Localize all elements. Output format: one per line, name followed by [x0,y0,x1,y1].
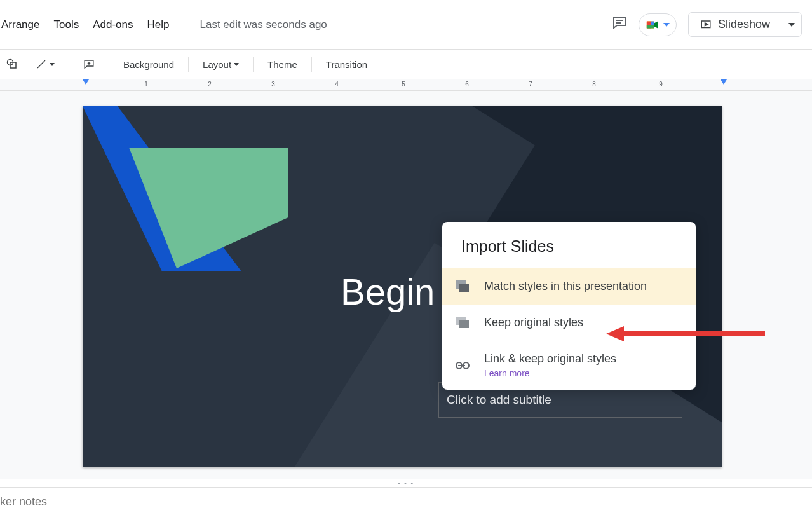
ruler-mark: 7 [529,81,532,88]
slideshow-label: Slideshow [718,18,770,31]
toolbar: Background Layout Theme Transition [0,50,812,79]
slideshow-button[interactable]: Slideshow [688,12,782,37]
ruler-mark: 5 [402,81,405,88]
last-edit-link[interactable]: Last edit was seconds ago [200,18,327,31]
ruler-mark: 1 [144,81,148,88]
notes-splitter[interactable]: • • • [0,479,812,488]
speaker-notes[interactable]: ker notes [0,488,812,522]
slide-canvas-area[interactable]: Begin Click to add subtitle Import Slide… [0,91,812,479]
horizontal-ruler: 1 2 3 4 5 6 7 8 9 [0,79,812,91]
ruler-mark: 4 [335,81,339,88]
option-label: Link & keep original styles [484,352,616,366]
transition-button[interactable]: Transition [320,57,374,72]
import-slides-popup: Import Slides Match styles in this prese… [442,222,696,390]
google-meet-icon [646,18,660,32]
layout-button[interactable]: Layout [196,57,245,72]
line-tool-button[interactable] [29,56,61,72]
shape-tool-icon[interactable] [0,56,24,72]
popup-title: Import Slides [442,222,696,268]
svg-rect-15 [459,320,469,328]
layout-label: Layout [203,59,231,70]
menu-help[interactable]: Help [146,15,171,35]
option-match-styles[interactable]: Match styles in this presentation [442,268,696,305]
ruler-mark: 6 [465,81,469,88]
slideshow-dropdown-button[interactable] [782,12,802,37]
divider [109,57,109,72]
chevron-down-icon [788,23,795,27]
google-meet-button[interactable] [639,13,677,36]
svg-rect-13 [459,284,469,292]
comment-add-icon[interactable] [77,56,101,72]
menu-tools[interactable]: Tools [52,15,80,35]
slides-stack-icon [455,317,470,329]
divider [311,57,312,72]
slideshow-button-group: Slideshow [688,12,802,37]
slide-title[interactable]: Begin [341,270,435,313]
ruler-mark: 8 [592,81,596,88]
theme-button[interactable]: Theme [261,57,304,72]
chevron-down-icon [663,23,670,27]
ruler-mark: 3 [271,81,275,88]
background-button[interactable]: Background [117,57,180,72]
option-link-keep-original[interactable]: Link & keep original styles Learn more [442,341,696,390]
divider [188,57,189,72]
ruler-mark: 2 [208,81,212,88]
chevron-down-icon [234,63,239,66]
link-icon [455,362,470,369]
option-keep-original[interactable]: Keep original styles [442,305,696,341]
title-and-menu-bar: Arrange Tools Add-ons Help Last edit was… [0,0,812,50]
menu-addons[interactable]: Add-ons [91,15,134,35]
slides-stack-icon [455,280,470,293]
present-icon [700,19,712,31]
comments-icon[interactable] [612,15,627,34]
option-label: Match styles in this presentation [484,280,647,293]
drag-handle-icon: • • • [398,480,414,487]
svg-rect-4 [647,25,654,29]
svg-line-9 [37,60,45,68]
option-link-content: Link & keep original styles Learn more [484,352,616,378]
learn-more-link[interactable]: Learn more [484,368,616,378]
divider [69,57,69,72]
line-icon [36,58,47,70]
divider [253,57,254,72]
topbar-right-group: Slideshow [612,12,802,37]
chevron-down-icon [50,63,55,66]
menubar: Arrange Tools Add-ons Help Last edit was… [0,15,327,35]
svg-rect-5 [651,21,654,25]
option-label: Keep original styles [484,316,583,329]
menu-arrange[interactable]: Arrange [0,15,41,35]
ruler-mark: 9 [659,81,663,88]
